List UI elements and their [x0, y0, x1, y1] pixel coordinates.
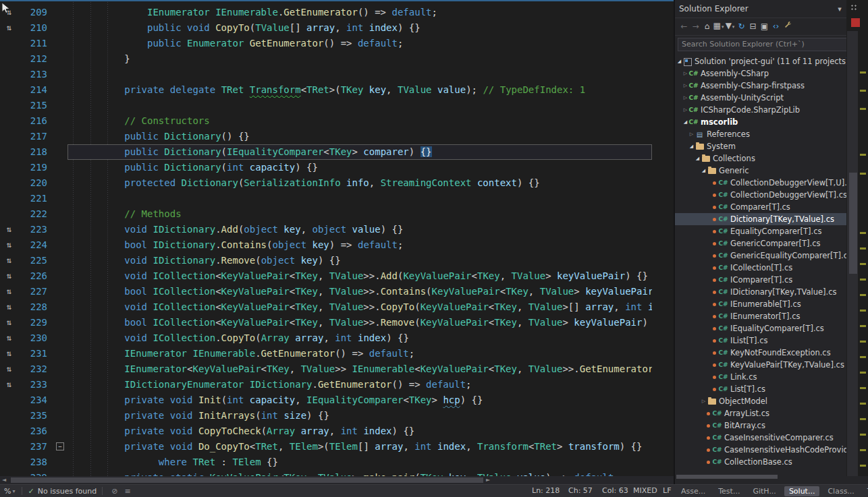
zoom-control[interactable]: % — [4, 487, 11, 496]
code-text[interactable]: // Constructors — [67, 113, 652, 129]
tree-item[interactable]: ▷C#Assembly-UnityScript — [675, 92, 859, 104]
fold-margin[interactable] — [47, 51, 67, 67]
tree-item[interactable]: ▷C#Assembly-CSharp-firstpass — [675, 80, 859, 92]
code-text[interactable] — [67, 191, 652, 206]
line-number[interactable]: 222 — [18, 206, 47, 222]
scrollbar-track[interactable] — [847, 31, 858, 476]
tree-item[interactable]: C#BitArray.cs — [675, 419, 859, 432]
code-text[interactable]: public Enumerator GetEnumerator() => def… — [67, 36, 652, 51]
back-button[interactable]: ← — [678, 19, 690, 34]
code-text[interactable]: IDictionaryEnumerator IDictionary.GetEnu… — [67, 377, 652, 392]
fold-margin[interactable] — [47, 392, 67, 408]
issues-status[interactable]: No issues found — [38, 487, 97, 496]
gutter-margin[interactable]: ⇅ — [0, 268, 18, 284]
line-number[interactable]: 213 — [18, 67, 47, 82]
line-number[interactable]: 228 — [18, 299, 47, 315]
suppressed-issues-icon[interactable]: ⊘ — [111, 487, 117, 496]
code-text[interactable]: void ICollection<KeyValuePair<TKey, TVal… — [67, 299, 652, 315]
tree-item[interactable]: C#List[T].cs — [675, 383, 859, 395]
fold-margin[interactable] — [47, 175, 67, 191]
gutter-margin[interactable] — [0, 144, 18, 160]
code-text[interactable]: private void InitArrays(int size) {} — [67, 408, 652, 423]
switch-views-button[interactable]: ▦▾ — [713, 18, 724, 35]
search-input[interactable]: Search Solution Explorer (Ctrl+`) — [678, 38, 865, 51]
code-line[interactable]: 239 private static KeyValuePair<TKey, TV… — [0, 470, 652, 476]
code-line[interactable]: 215 — [0, 98, 652, 113]
line-number[interactable]: 220 — [18, 175, 47, 191]
tree-item[interactable]: C#ArrayList.cs — [675, 407, 859, 419]
panel-horizontal-scrollbar[interactable] — [675, 473, 859, 480]
line-number[interactable]: 216 — [18, 113, 47, 129]
code-line[interactable]: 237− private void Do_CopyTo<TRet, TElem>… — [0, 439, 652, 455]
tree-item[interactable]: C#CaseInsensitiveComparer.cs — [675, 432, 859, 444]
code-text[interactable]: private static KeyValuePair<TKey, TValue… — [67, 470, 652, 476]
expanded-arrow-icon[interactable]: ◢ — [695, 156, 701, 161]
line-number[interactable]: 210 — [18, 20, 47, 36]
code-line[interactable]: 214 private delegate TRet Transform<TRet… — [0, 82, 652, 98]
gutter-margin[interactable]: ⇅ — [0, 253, 18, 268]
line-number[interactable]: 232 — [18, 361, 47, 377]
code-line[interactable]: 222 // Methods — [0, 206, 652, 222]
editor-horizontal-scrollbar[interactable]: ◄ ► — [0, 476, 674, 484]
collapse-all-button[interactable]: ⊟ — [747, 19, 759, 34]
line-number[interactable]: 218 — [18, 144, 47, 160]
line-number[interactable]: 236 — [18, 423, 47, 439]
show-all-files-button[interactable]: ▣ — [759, 19, 770, 34]
line-number[interactable]: 239 — [18, 470, 47, 476]
tree-item[interactable]: C#KeyValuePair[TKey,TValue].cs — [675, 359, 859, 371]
code-text[interactable]: where TRet : TElem {} — [67, 455, 652, 470]
code-line[interactable]: ⇅228 void ICollection<KeyValuePair<TKey,… — [0, 299, 652, 315]
tree-item[interactable]: C#IDictionary[TKey,TValue].cs — [675, 286, 859, 298]
line-number[interactable]: 221 — [18, 191, 47, 206]
code-line[interactable]: 218 public Dictionary(IEqualityComparer<… — [0, 144, 652, 160]
fold-margin[interactable] — [47, 67, 67, 82]
code-line[interactable]: 234 private void Init(int capacity, IEqu… — [0, 392, 652, 408]
fold-margin[interactable] — [47, 206, 67, 222]
gutter-margin[interactable] — [0, 206, 18, 222]
line-number[interactable]: 230 — [18, 330, 47, 346]
code-line[interactable]: ⇅229 bool ICollection<KeyValuePair<TKey,… — [0, 315, 652, 330]
code-line[interactable]: ⇅226 void ICollection<KeyValuePair<TKey,… — [0, 268, 652, 284]
collapsed-arrow-icon[interactable]: ▷ — [682, 83, 688, 88]
properties-button[interactable] — [782, 19, 793, 34]
fold-margin[interactable] — [47, 315, 67, 330]
tree-item[interactable]: C#IEqualityComparer[T].cs — [675, 322, 859, 334]
line-number[interactable]: 233 — [18, 377, 47, 392]
gutter-margin[interactable] — [0, 67, 18, 82]
code-text[interactable]: void IDictionary.Remove(object key) {} — [67, 253, 652, 268]
code-line[interactable]: 212 } — [0, 51, 652, 67]
line-number[interactable]: 231 — [18, 346, 47, 361]
gutter-margin[interactable]: ⇅ — [0, 315, 18, 330]
code-text[interactable]: IEnumerator<KeyValuePair<TKey, TValue>> … — [67, 361, 652, 377]
tree-item[interactable]: ◢System — [675, 140, 859, 152]
code-line[interactable]: 235 private void InitArrays(int size) {} — [0, 408, 652, 423]
line-number[interactable]: 217 — [18, 129, 47, 144]
code-text[interactable] — [67, 98, 652, 113]
tree-item[interactable]: C#CollectionDebuggerView[T,U].cs — [675, 177, 859, 189]
fold-margin[interactable] — [47, 268, 67, 284]
code-text[interactable]: private delegate TRet Transform<TRet>(TK… — [67, 82, 652, 98]
code-line[interactable]: 219 public Dictionary(int capacity) {} — [0, 160, 652, 175]
tree-item[interactable]: C#KeyNotFoundException.cs — [675, 347, 859, 359]
tree-item[interactable]: C#Dictionary[TKey,TValue].cs — [675, 213, 859, 225]
collapsed-arrow-icon[interactable]: ▷ — [682, 107, 688, 113]
view-code-button[interactable]: ‹› — [770, 19, 782, 34]
gutter-margin[interactable]: ⇅ — [0, 346, 18, 361]
tree-item[interactable]: C#CaseInsensitiveHashCodeProvider.cs — [675, 444, 859, 456]
fold-margin[interactable] — [47, 408, 67, 423]
window-position-icon[interactable]: ▾ — [838, 5, 842, 13]
forward-button[interactable]: → — [690, 19, 701, 34]
code-text[interactable]: } — [67, 51, 652, 67]
gutter-margin[interactable] — [0, 191, 18, 206]
line-number[interactable]: 226 — [18, 268, 47, 284]
fold-margin[interactable] — [47, 113, 67, 129]
expanded-arrow-icon[interactable]: ◢ — [688, 144, 695, 149]
tree-item[interactable]: ▷C#Assembly-CSharp — [675, 67, 859, 80]
tree-item[interactable]: C#GenericComparer[T].cs — [675, 237, 859, 250]
code-line[interactable]: 220 protected Dictionary(SerializationIn… — [0, 175, 652, 191]
code-line[interactable]: ⇅209 IEnumerator IEnumerable.GetEnumerat… — [0, 5, 652, 20]
line-number[interactable]: 235 — [18, 408, 47, 423]
tree-item[interactable]: C#ICollection[T].cs — [675, 262, 859, 274]
line-number[interactable]: 214 — [18, 82, 47, 98]
code-text[interactable] — [67, 67, 652, 82]
